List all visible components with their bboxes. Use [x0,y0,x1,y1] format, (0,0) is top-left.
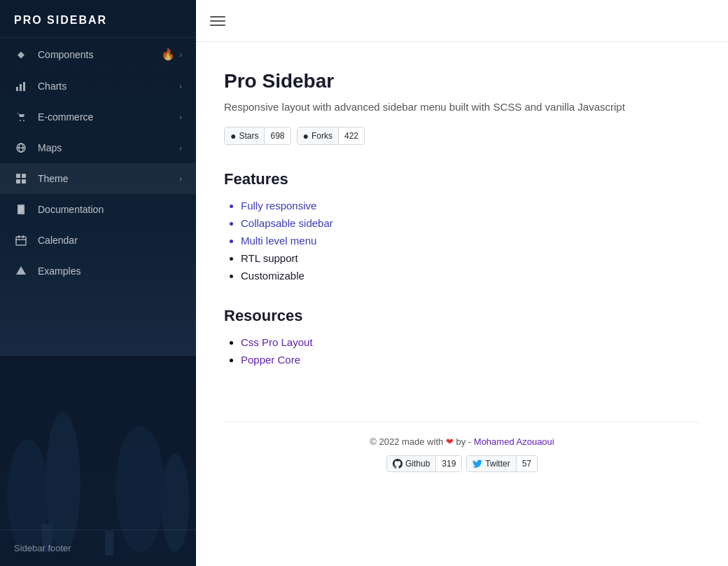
github-icon-2: ● [303,130,309,142]
svg-rect-9 [22,174,26,178]
sidebar-item-ecommerce[interactable]: E-commerce › [0,102,196,132]
sidebar-item-maps[interactable]: Maps › [0,132,196,163]
footer-github-badge[interactable]: Github 319 [386,455,462,472]
list-item: Multi level menu [241,235,700,247]
forks-count: 422 [339,127,364,144]
chevron-right-icon: › [179,174,182,183]
main-content: Pro Sidebar Responsive layout with advan… [196,0,728,566]
sidebar-footer: Sidebar footer [0,530,196,566]
theme-icon [14,173,28,184]
sidebar-item-charts[interactable]: Charts › [0,71,196,102]
stars-badge-label: ● Stars [225,127,265,144]
forks-badge[interactable]: ● Forks 422 [297,127,365,145]
by-text: by - [456,436,474,447]
svg-rect-8 [16,174,20,178]
footer-github-count: 319 [436,456,461,471]
twitter-icon [472,459,482,469]
resources-list: Css Pro Layout Popper Core [224,336,700,366]
list-item: Fully responsive [241,200,700,212]
fire-badge: 🔥 [161,48,175,61]
topbar [196,0,728,42]
chevron-right-icon: › [179,50,182,59]
footer-copyright: © 2022 made with ❤ by - Mohamed Azouaoui [238,436,686,447]
svg-rect-15 [19,211,22,212]
svg-point-4 [23,120,24,121]
sidebar-nav: Components 🔥 › Charts › [0,38,196,530]
list-item: RTL support [241,252,700,264]
sidebar-item-label: Examples [38,265,182,277]
hamburger-line-3 [210,25,225,26]
footer-github-text: Github [405,459,430,469]
list-item: Popper Core [241,354,700,366]
chevron-right-icon: › [179,144,182,152]
features-title: Features [224,170,700,188]
css-pro-layout-link[interactable]: Css Pro Layout [241,336,313,348]
doc-icon [14,204,28,215]
svg-marker-20 [16,266,26,275]
github-badges-row: ● Stars 698 ● Forks 422 [224,127,700,145]
svg-rect-1 [20,84,22,91]
heart-icon: ❤ [446,436,456,447]
sidebar-item-label: Maps [38,142,179,153]
page-footer: © 2022 made with ❤ by - Mohamed Azouaoui… [224,422,700,486]
content-area: Pro Sidebar Responsive layout with advan… [196,42,728,566]
chevron-right-icon: › [179,113,182,121]
list-item: Collapsable sidebar [241,217,700,229]
sidebar-item-label: Calendar [38,235,182,246]
footer-twitter-text: Twitter [485,459,510,469]
hamburger-line-1 [210,16,225,18]
svg-point-3 [20,120,21,121]
github-icon: ● [230,130,236,142]
svg-rect-0 [16,87,18,91]
resources-title: Resources [224,307,700,325]
chart-icon [14,81,28,92]
svg-rect-14 [19,209,23,210]
footer-twitter-badge[interactable]: Twitter 57 [466,455,538,472]
sidebar-item-label: E-commerce [38,111,179,123]
sidebar-item-documentation[interactable]: Documentation [0,194,196,225]
list-item: Css Pro Layout [241,336,700,348]
author-link[interactable]: Mohamed Azouaoui [474,436,554,447]
sidebar-item-calendar[interactable]: Calendar [0,225,196,256]
stars-badge[interactable]: ● Stars 698 [224,127,291,145]
forks-badge-label: ● Forks [298,127,339,144]
sidebar-title: PRO SIDEBAR [14,14,107,26]
stars-count: 698 [265,127,290,144]
sidebar: PRO SIDEBAR Components 🔥 › Charts › [0,0,196,566]
sidebar-logo: PRO SIDEBAR [0,0,196,38]
footer-twitter-label: Twitter [467,456,516,471]
sidebar-item-label: Theme [38,173,179,184]
hamburger-line-2 [210,20,225,22]
sidebar-footer-label: Sidebar footer [14,543,71,553]
copyright-text: © 2022 made with [370,436,443,447]
list-item: Customizable [241,270,700,282]
features-list: Fully responsive Collapsable sidebar Mul… [224,200,700,282]
forks-label: Forks [312,131,332,141]
globe-icon [14,142,28,153]
svg-rect-16 [16,237,26,245]
svg-rect-13 [19,207,23,208]
page-subtitle: Responsive layout with advanced sidebar … [224,101,700,113]
examples-icon [14,265,28,277]
sidebar-item-label: Components [38,49,161,60]
hamburger-button[interactable] [210,16,225,26]
sidebar-item-label: Charts [38,81,179,92]
footer-social-badges: Github 319 Twitter 57 [238,455,686,472]
github-icon-footer [393,459,402,469]
cart-icon [14,111,28,123]
svg-rect-11 [22,179,26,184]
sidebar-item-examples[interactable]: Examples [0,256,196,287]
chevron-right-icon: › [179,82,182,90]
footer-twitter-count: 57 [517,456,537,471]
sidebar-item-theme[interactable]: Theme › [0,163,196,194]
sidebar-item-components[interactable]: Components 🔥 › [0,38,196,71]
stars-label: Stars [239,131,258,141]
page-title: Pro Sidebar [224,70,700,92]
diamond-icon [14,49,28,60]
footer-github-label: Github [387,456,436,471]
sidebar-item-label: Documentation [38,204,182,215]
svg-rect-10 [16,179,20,184]
calendar-icon [14,235,28,246]
popper-core-link[interactable]: Popper Core [241,354,300,366]
svg-rect-2 [23,82,25,91]
